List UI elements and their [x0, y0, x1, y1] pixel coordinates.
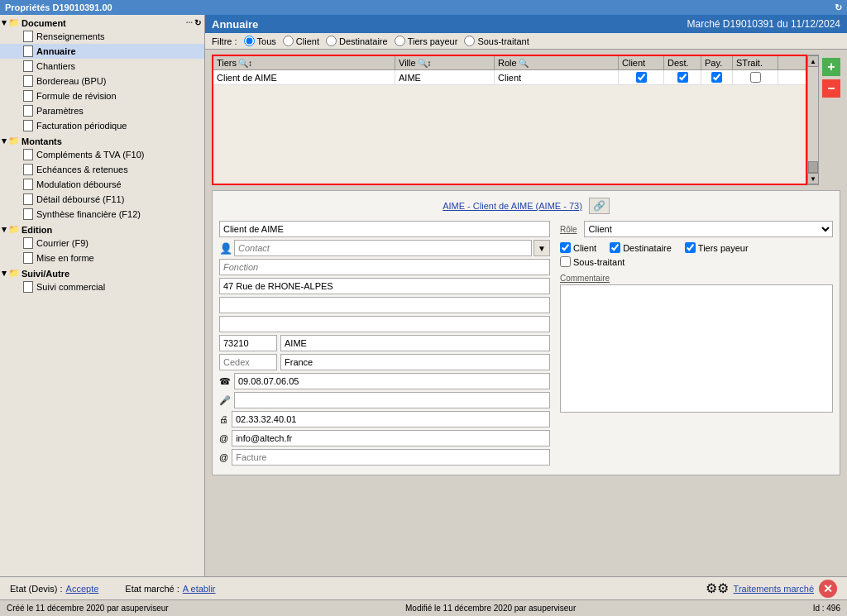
- checkbox-destinataire[interactable]: Destinataire: [610, 242, 672, 253]
- filter-tous-radio[interactable]: [244, 36, 255, 46]
- checkbox-sous-traitant[interactable]: Sous-traitant: [560, 256, 624, 267]
- scroll-thumb[interactable]: [808, 161, 818, 173]
- refresh-icon[interactable]: ↻: [835, 2, 842, 13]
- folder-icon: 📁: [8, 17, 20, 28]
- refresh-small-icon[interactable]: ↻: [194, 18, 201, 27]
- phone1-row: ☎: [219, 373, 550, 389]
- sidebar-item-synthese[interactable]: Synthèse financière (F12): [0, 207, 204, 222]
- sidebar-item-mise-en-forme[interactable]: Mise en forme: [0, 251, 204, 265]
- chevron-down-icon-suivi: ▾: [2, 268, 7, 279]
- cell-strait[interactable]: [733, 70, 778, 84]
- cell-pay[interactable]: [701, 70, 733, 84]
- sidebar-item-echeances[interactable]: Echéances & retenues: [0, 162, 204, 177]
- commentaire-textarea[interactable]: [560, 284, 833, 413]
- doc-icon-modulation: [23, 179, 33, 190]
- sidebar-item-courrier[interactable]: Courrier (F9): [0, 236, 204, 251]
- sidebar-item-detail-debourse[interactable]: Détail déboursé (F11): [0, 192, 204, 207]
- email2-field[interactable]: [232, 449, 550, 466]
- address3-field[interactable]: [219, 316, 550, 332]
- address1-field[interactable]: [219, 278, 550, 294]
- etat-devis-label: Etat (Devis) :: [10, 584, 63, 594]
- contact-field[interactable]: [234, 240, 532, 256]
- cedex-field[interactable]: [219, 354, 277, 370]
- fax-field[interactable]: [232, 411, 550, 427]
- cell-dest-checkbox[interactable]: [677, 72, 688, 83]
- scrollbar-vertical[interactable]: ▲ ▼: [807, 55, 819, 185]
- checkbox-sous-traitant-input[interactable]: [560, 256, 571, 267]
- sidebar-item-complements-tva[interactable]: Compléments & TVA (F10): [0, 147, 204, 162]
- sidebar-item-suivi-commercial[interactable]: Suivi commercial: [0, 279, 204, 294]
- filter-destinataire[interactable]: Destinataire: [326, 36, 388, 46]
- sidebar-section-montants[interactable]: ▾ 📁 Montants: [0, 133, 204, 147]
- company-name-field[interactable]: [219, 221, 550, 237]
- filter-client-radio[interactable]: [283, 36, 294, 46]
- sidebar-section-suivi[interactable]: ▾ 📁 Suivi/Autre: [0, 265, 204, 279]
- cell-client-checkbox[interactable]: [636, 72, 647, 83]
- sidebar-section-document[interactable]: ▾ 📁 Document ··· ↻: [0, 15, 204, 29]
- fonction-field[interactable]: [219, 259, 550, 275]
- detail-right: Rôle Client Destinataire Tiers payeur So…: [560, 221, 833, 468]
- checkbox-tiers-payeur[interactable]: Tiers payeur: [685, 242, 749, 253]
- filter-sous-traitant-radio[interactable]: [464, 36, 475, 46]
- etat-devis-value[interactable]: Accepte: [66, 584, 99, 594]
- sidebar-item-modulation[interactable]: Modulation déboursé: [0, 177, 204, 192]
- filter-tiers-payeur-radio[interactable]: [395, 36, 405, 46]
- remove-button[interactable]: −: [822, 79, 840, 98]
- fax-row: 🖨: [219, 411, 550, 427]
- col-header-pay[interactable]: Pay.: [701, 56, 733, 69]
- sidebar-item-parametres[interactable]: Paramètres: [0, 103, 204, 118]
- search-icon-tiers[interactable]: 🔍↕: [238, 59, 252, 68]
- checkbox-row-1: Client Destinataire Tiers payeur: [560, 242, 833, 253]
- phone1-field[interactable]: [234, 373, 550, 389]
- checkbox-destinataire-input[interactable]: [610, 242, 620, 253]
- filter-tous[interactable]: Tous: [244, 36, 276, 46]
- checkbox-client[interactable]: Client: [560, 242, 596, 253]
- checkbox-client-input[interactable]: [560, 242, 571, 253]
- zip-field[interactable]: [219, 335, 277, 351]
- scroll-up-arrow[interactable]: ▲: [807, 55, 819, 67]
- table-section: Tiers 🔍↕ Ville 🔍↕ Role 🔍 Client: [212, 55, 844, 185]
- col-header-client[interactable]: Client: [619, 56, 664, 69]
- cell-pay-checkbox[interactable]: [711, 72, 722, 83]
- col-header-tiers[interactable]: Tiers 🔍↕: [213, 56, 395, 69]
- sidebar-item-formule-revision[interactable]: Formule de révision: [0, 88, 204, 103]
- sidebar-item-bordereau-bpu[interactable]: Bordereau (BPU): [0, 74, 204, 88]
- sidebar-item-renseignements[interactable]: Renseignements: [0, 29, 204, 44]
- filter-destinataire-radio[interactable]: [326, 36, 337, 46]
- sidebar-item-facturation[interactable]: Facturation périodique: [0, 118, 204, 133]
- search-icon-role[interactable]: 🔍: [519, 59, 529, 68]
- col-header-strait[interactable]: STrait.: [733, 56, 778, 69]
- sidebar-section-edition[interactable]: ▾ 📁 Edition: [0, 222, 204, 236]
- address2-field[interactable]: [219, 297, 550, 313]
- status-bar: Etat (Devis) : Accepte Etat marché : A e…: [0, 576, 847, 599]
- cell-strait-checkbox[interactable]: [750, 72, 761, 83]
- close-button[interactable]: ✕: [819, 580, 837, 598]
- at-icon-1: @: [219, 433, 228, 443]
- traitements-link[interactable]: Traitements marché: [734, 584, 814, 594]
- city-field[interactable]: [280, 335, 550, 351]
- col-header-ville[interactable]: Ville 🔍↕: [395, 56, 495, 69]
- filter-sous-traitant[interactable]: Sous-traitant: [464, 36, 529, 46]
- search-icon-ville[interactable]: 🔍↕: [418, 59, 432, 68]
- phone2-field[interactable]: [234, 392, 550, 408]
- filter-client[interactable]: Client: [283, 36, 319, 46]
- sidebar-item-chantiers[interactable]: Chantiers: [0, 59, 204, 74]
- sidebar-item-annuaire[interactable]: Annuaire: [0, 44, 204, 59]
- detail-link[interactable]: AIME - Client de AIME (AIME - 73): [443, 201, 582, 211]
- etat-marche-value[interactable]: A etablir: [183, 584, 216, 594]
- ellipsis-icon[interactable]: ···: [186, 18, 193, 27]
- add-button[interactable]: +: [822, 58, 840, 76]
- link-button[interactable]: 🔗: [589, 198, 610, 214]
- col-header-dest[interactable]: Dest.: [664, 56, 701, 69]
- sidebar-section-montants-label: Montants: [22, 136, 62, 146]
- scroll-down-arrow[interactable]: ▼: [807, 173, 819, 184]
- email1-field[interactable]: [232, 430, 550, 446]
- country-field[interactable]: [280, 354, 550, 370]
- col-header-role[interactable]: Role 🔍: [495, 56, 619, 69]
- cell-dest[interactable]: [664, 70, 701, 84]
- contact-dropdown-button[interactable]: ▼: [534, 240, 550, 256]
- filter-tiers-payeur[interactable]: Tiers payeur: [395, 36, 458, 46]
- checkbox-tiers-payeur-input[interactable]: [685, 242, 696, 253]
- role-select[interactable]: Client Destinataire Tiers payeur Sous-tr…: [584, 221, 833, 237]
- cell-client[interactable]: [619, 70, 664, 84]
